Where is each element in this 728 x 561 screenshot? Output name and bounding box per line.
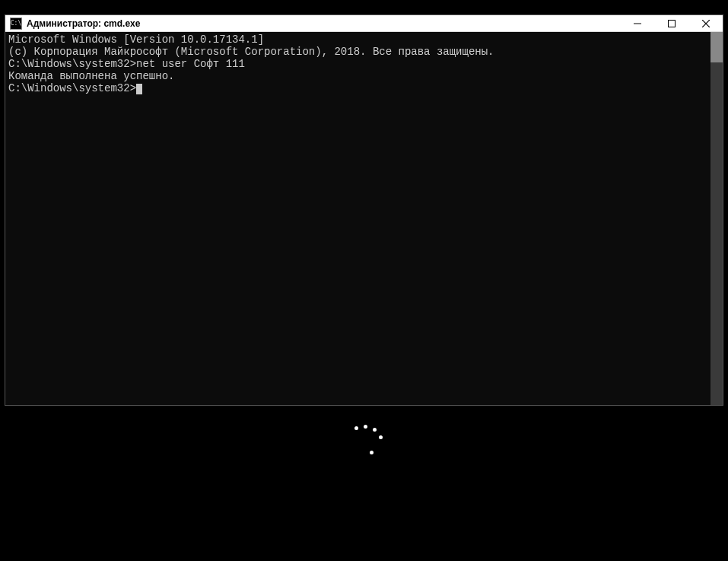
- maximize-button[interactable]: [654, 15, 688, 31]
- console-line: (c) Корпорация Майкрософт (Microsoft Cor…: [8, 46, 707, 58]
- window-title: Администратор: cmd.exe: [27, 18, 140, 29]
- console-line: C:\Windows\system32>net user Софт 111: [8, 58, 707, 70]
- spinner-dot: [373, 428, 377, 432]
- spinner-dot: [379, 435, 383, 439]
- spinner-dot: [364, 425, 367, 429]
- close-button[interactable]: [688, 15, 723, 31]
- maximize-icon: [668, 20, 676, 27]
- console-line: Microsoft Windows [Version 10.0.17134.1]: [8, 33, 707, 46]
- minimize-button[interactable]: [620, 15, 654, 31]
- cmd-window: C:\ Администратор: cmd.exe Microsoft Win…: [5, 14, 723, 406]
- spinner-dot: [370, 451, 374, 454]
- console-output[interactable]: Microsoft Windows [Version 10.0.17134.1]…: [5, 32, 711, 405]
- console-line: C:\Windows\system32>: [8, 82, 707, 94]
- scrollbar-thumb[interactable]: [711, 32, 723, 62]
- svg-rect-1: [668, 20, 675, 27]
- spinner-dot: [354, 426, 358, 430]
- window-controls: [620, 15, 723, 31]
- close-icon: [702, 20, 710, 27]
- minimize-icon: [634, 20, 641, 27]
- vertical-scrollbar[interactable]: [711, 32, 723, 405]
- cmd-icon: C:\: [10, 18, 22, 30]
- console-line: Команда выполнена успешно.: [8, 70, 707, 82]
- text-cursor: [136, 84, 142, 94]
- titlebar[interactable]: C:\ Администратор: cmd.exe: [5, 15, 723, 32]
- console-area: Microsoft Windows [Version 10.0.17134.1]…: [5, 32, 723, 405]
